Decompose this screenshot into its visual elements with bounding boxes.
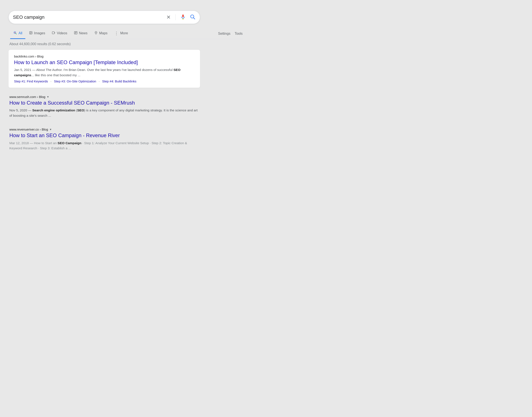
search-bar: ✕: [9, 11, 200, 24]
microphone-icon[interactable]: [180, 13, 186, 21]
news-icon: [74, 31, 78, 36]
result-snippet-3: Mar 12, 2018 — How to Start an SEO Campa…: [9, 141, 199, 151]
result-plain-3: www.revenueriver.co › Blog ▼ How to Star…: [9, 124, 200, 157]
tab-images-label: Images: [34, 31, 45, 35]
search-bar-container: ✕: [9, 6, 523, 24]
nav-tabs: All Images Videos: [9, 26, 243, 39]
clear-icon[interactable]: ✕: [166, 14, 171, 20]
snippet-3-date: Mar 12, 2018 — How to Start an: [9, 141, 58, 145]
result-title-2[interactable]: How to Create a Successful SEO Campaign …: [9, 99, 199, 106]
more-icon: ⋮: [114, 31, 119, 36]
search-input[interactable]: [13, 14, 166, 20]
svg-marker-11: [55, 32, 55, 33]
search-button[interactable]: [190, 14, 196, 21]
svg-rect-10: [52, 31, 54, 34]
search-icons: ✕: [166, 13, 196, 21]
result-snippet-2: Nov 5, 2020 — Search engine optimization…: [9, 108, 199, 118]
icon-divider: [175, 14, 176, 20]
tab-maps-label: Maps: [99, 31, 108, 35]
tab-news[interactable]: News: [71, 29, 90, 39]
result-link-3[interactable]: Step #4: Build Backlinks: [102, 79, 136, 83]
dot-sep-1: ·: [50, 79, 51, 83]
videos-icon: [52, 31, 55, 36]
result-url-3: www.revenueriver.co › Blog ▼: [9, 128, 199, 131]
result-link-2[interactable]: Step #3: On-Site Optimization: [54, 79, 96, 83]
result-link-1[interactable]: Step #1: Find Keywords: [14, 79, 48, 83]
tab-videos[interactable]: Videos: [49, 29, 70, 39]
tab-news-label: News: [79, 31, 88, 35]
result-snippet-1: Jan 5, 2021 — About The Author. I'm Bria…: [14, 67, 194, 78]
result-title-3[interactable]: How to Start an SEO Campaign - Revenue R…: [9, 132, 199, 139]
results-count: About 44,600,000 results (0.62 seconds): [9, 42, 523, 46]
result-title-1[interactable]: How to Launch an SEO Campaign [Template …: [14, 59, 194, 66]
tab-more-label: More: [120, 31, 128, 35]
result-links-1: Step #1: Find Keywords · Step #3: On-Sit…: [14, 79, 194, 83]
snippet-text: Jan 5, 2021 — About The Author. I'm Bria…: [14, 68, 173, 72]
result-card-1: backlinko.com › Blog How to Launch an SE…: [9, 50, 200, 88]
tab-maps[interactable]: Maps: [91, 29, 110, 39]
result-url-1: backlinko.com › Blog: [14, 54, 194, 58]
snippet-2-bold-1: Search engine optimization: [32, 108, 75, 112]
dropdown-arrow-2[interactable]: ▼: [47, 95, 49, 98]
images-icon: [29, 31, 32, 36]
tab-all-label: All: [19, 31, 22, 35]
snippet-2-date: Nov 5, 2020 —: [9, 108, 32, 112]
result-plain-2: www.semrush.com › Blog ▼ How to Create a…: [9, 92, 200, 124]
svg-point-7: [14, 32, 15, 33]
maps-icon: [94, 31, 98, 36]
tab-more[interactable]: ⋮ More: [111, 28, 131, 39]
tab-videos-label: Videos: [57, 31, 67, 35]
snippet-2-paren: (: [75, 108, 77, 112]
svg-rect-0: [182, 14, 184, 17]
result-url-text-2: www.semrush.com › Blog: [9, 95, 45, 99]
tab-all[interactable]: All: [10, 28, 25, 39]
svg-point-16: [96, 32, 96, 32]
svg-line-6: [16, 33, 16, 34]
result-url-2: www.semrush.com › Blog ▼: [9, 95, 199, 99]
settings-tools: Settings Tools: [218, 32, 243, 36]
dropdown-arrow-3[interactable]: ▼: [49, 128, 52, 131]
svg-point-9: [30, 32, 30, 32]
snippet-2-bold-2: SEO: [77, 108, 84, 112]
snippet-3-bold-1: SEO Campaign: [58, 141, 81, 145]
snippet-text-2: ... like this one that boosted my ...: [31, 73, 80, 77]
tab-images[interactable]: Images: [26, 29, 48, 39]
tools-link[interactable]: Tools: [235, 32, 243, 36]
all-search-icon: [13, 31, 17, 36]
dot-sep-2: ·: [99, 79, 100, 83]
svg-line-4: [193, 18, 195, 19]
result-url-text-3: www.revenueriver.co › Blog: [9, 128, 48, 131]
settings-link[interactable]: Settings: [218, 32, 231, 36]
